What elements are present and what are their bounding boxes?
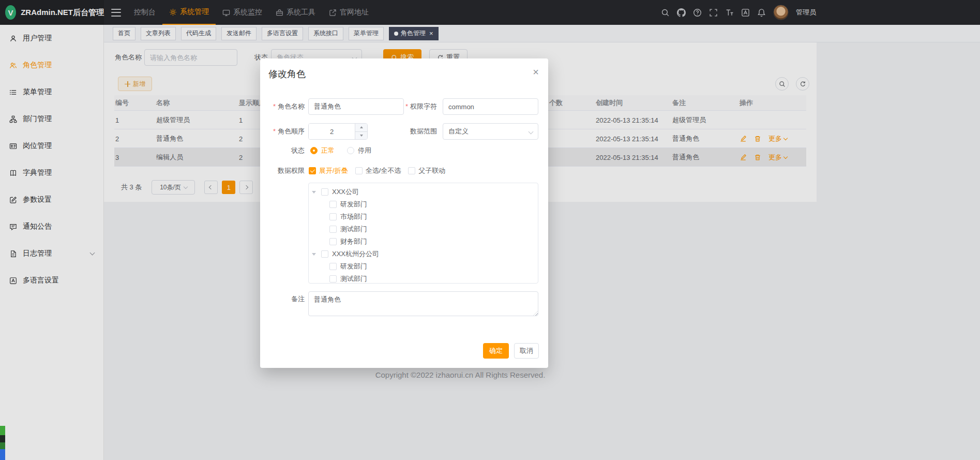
- data-scope-select[interactable]: 自定义: [443, 123, 538, 140]
- checkbox-checked-icon: [309, 167, 316, 174]
- data-scope-value: 自定义: [448, 127, 469, 136]
- checkbox-icon[interactable]: [321, 250, 328, 258]
- chevron-down-icon: [529, 129, 534, 134]
- expand-collapse-checkbox[interactable]: 展开/折叠: [309, 166, 348, 175]
- caret-down-icon[interactable]: [312, 253, 316, 256]
- tree-node[interactable]: XXX杭州分公司: [309, 248, 538, 260]
- dialog-title: 修改角色: [268, 68, 306, 80]
- tree-node[interactable]: 市场部门: [309, 211, 538, 223]
- radio-normal[interactable]: 正常: [310, 146, 335, 155]
- checkbox-icon[interactable]: [329, 263, 337, 270]
- radio-unchecked-icon: [347, 147, 354, 154]
- checkbox-icon[interactable]: [329, 213, 337, 220]
- tree-node-label: 测试部门: [340, 274, 367, 284]
- tree-node-label: 市场部门: [340, 212, 367, 221]
- required-star: *: [405, 102, 408, 110]
- edit-role-dialog: 修改角色 × *角色名称 *权限字符 *角色顺序 数据范围 自定义 状态 正常: [260, 58, 548, 368]
- radio-disabled-label: 停用: [358, 146, 371, 155]
- role-key-input[interactable]: [443, 98, 538, 115]
- remark-label: 备注: [260, 291, 305, 307]
- close-icon[interactable]: ×: [533, 67, 539, 77]
- required-star: *: [273, 127, 276, 135]
- select-all-checkbox[interactable]: 全选/全不选: [355, 166, 401, 175]
- tree-node-label: XXX杭州分公司: [332, 249, 379, 259]
- required-star: *: [273, 102, 276, 110]
- increase-button[interactable]: [355, 124, 367, 132]
- tree-node[interactable]: 测试部门: [309, 273, 538, 284]
- checkbox-icon[interactable]: [329, 226, 337, 233]
- tree-node[interactable]: 测试部门: [309, 223, 538, 235]
- checkbox-icon: [408, 167, 415, 174]
- caret-down-icon: [360, 135, 363, 137]
- radio-normal-label: 正常: [321, 146, 335, 155]
- data-scope-label: 数据范围: [393, 123, 437, 140]
- role-name-input[interactable]: [308, 98, 404, 115]
- cancel-button[interactable]: 取消: [514, 343, 539, 359]
- tree-node[interactable]: 研发部门: [309, 198, 538, 211]
- tree-node-label: XXX公司: [332, 187, 359, 197]
- status-radio-group: 正常 停用: [310, 146, 371, 155]
- checkbox-icon[interactable]: [329, 275, 337, 283]
- data-permission-label: 数据权限: [260, 166, 305, 175]
- checkbox-icon[interactable]: [329, 201, 337, 208]
- status-label: 状态: [260, 146, 305, 155]
- role-sort-input[interactable]: [309, 124, 355, 139]
- checkbox-icon[interactable]: [321, 188, 328, 196]
- parent-child-link-label: 父子联动: [418, 166, 445, 175]
- confirm-button[interactable]: 确定: [483, 343, 509, 359]
- tree-node[interactable]: 研发部门: [309, 260, 538, 273]
- tree-node[interactable]: XXX公司: [309, 186, 538, 198]
- role-key-label: *权限字符: [393, 98, 437, 115]
- tree-node-label: 测试部门: [340, 225, 367, 234]
- radio-disabled[interactable]: 停用: [347, 146, 371, 155]
- expand-collapse-label: 展开/折叠: [319, 166, 348, 175]
- decrease-button[interactable]: [355, 132, 367, 140]
- tree-node-label: 研发部门: [340, 262, 367, 271]
- select-all-label: 全选/全不选: [366, 166, 401, 175]
- app-window: V ZRAdmin.NET后台管理 控制台 系统管理 系统监控 系统工具 官网地: [0, 0, 980, 460]
- role-sort-stepper: [308, 123, 368, 140]
- role-name-label: *角色名称: [260, 98, 305, 115]
- permission-tree: XXX公司 研发部门 市场部门 测试部门 财务部门 XXX杭州分公司 研发部门 …: [308, 183, 538, 284]
- tree-node-label: 财务部门: [340, 237, 367, 246]
- remark-textarea[interactable]: 普通角色: [308, 291, 538, 316]
- screen-corner-widget: [0, 426, 5, 460]
- radio-checked-icon: [310, 147, 318, 154]
- checkbox-icon[interactable]: [329, 238, 337, 245]
- checkbox-icon: [355, 167, 363, 174]
- tree-node[interactable]: 财务部门: [309, 235, 538, 248]
- permission-options: 展开/折叠 全选/全不选 父子联动: [309, 166, 445, 175]
- tree-node-label: 研发部门: [340, 200, 367, 209]
- parent-child-link-checkbox[interactable]: 父子联动: [408, 166, 445, 175]
- caret-up-icon: [360, 126, 363, 128]
- role-sort-label: *角色顺序: [260, 123, 305, 140]
- caret-down-icon[interactable]: [312, 191, 316, 194]
- stepper-controls: [355, 124, 367, 139]
